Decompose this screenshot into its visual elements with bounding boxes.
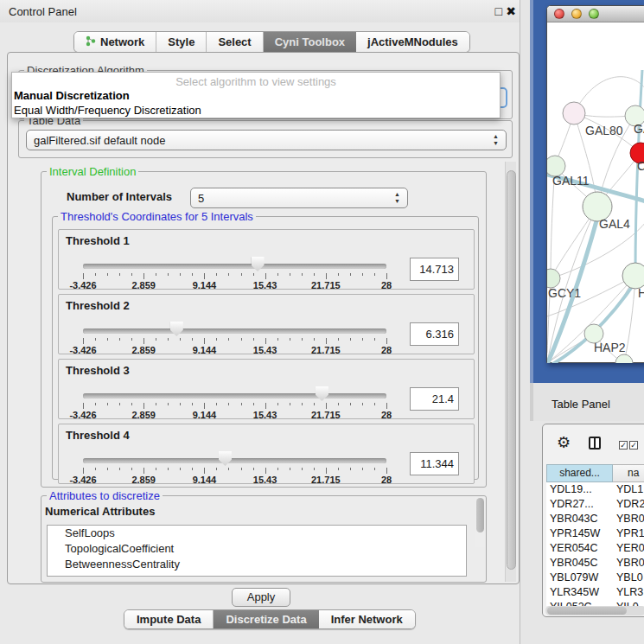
cell-shared-name: YBL079W bbox=[546, 571, 613, 585]
tick-mark bbox=[265, 273, 266, 279]
column-header-name[interactable]: na bbox=[613, 464, 644, 482]
attributes-list-scrollbar[interactable] bbox=[475, 497, 485, 547]
tab-impute-data[interactable]: Impute Data bbox=[124, 610, 214, 628]
threshold-slider-handle[interactable] bbox=[252, 257, 265, 271]
tab-network[interactable]: Network bbox=[74, 32, 156, 52]
checkbox-icon[interactable]: ✓ bbox=[619, 441, 628, 450]
numerical-attributes-list[interactable]: SelfLoopsTopologicalCoefficientBetweenne… bbox=[47, 525, 467, 577]
tick-label: 21.715 bbox=[311, 345, 341, 355]
table-data-group: Table Data galFiltered.sif default node … bbox=[18, 120, 513, 158]
threshold-box-4: Threshold 4-3.4262.8599.14415.4321.71528… bbox=[58, 424, 475, 484]
attribute-list-item[interactable]: TopologicalCoefficient bbox=[48, 541, 466, 557]
zoom-traffic-light-icon[interactable] bbox=[589, 9, 599, 19]
tab-cyni-toolbox[interactable]: Cyni Toolbox bbox=[264, 32, 356, 52]
table-row[interactable]: YBR045CYBR0 bbox=[546, 556, 644, 571]
tick-label: 15.43 bbox=[253, 345, 277, 355]
table-panel-body: ⚙ ✓ ✓ shared... na YDL19...YDL1YDR27...Y… bbox=[542, 424, 644, 617]
close-traffic-light-icon[interactable] bbox=[554, 9, 564, 19]
network-node-gal80[interactable] bbox=[563, 102, 585, 124]
network-node-h[interactable] bbox=[622, 263, 644, 289]
threshold-slider-track[interactable] bbox=[83, 328, 386, 334]
threshold-value-field[interactable]: 21.4 bbox=[410, 387, 459, 411]
tick-label: 21.715 bbox=[311, 280, 341, 290]
tab-style[interactable]: Style bbox=[156, 32, 207, 52]
tab-label: Cyni Toolbox bbox=[275, 35, 345, 48]
threshold-value-field[interactable]: 11.344 bbox=[410, 452, 459, 475]
network-node-gcy1[interactable] bbox=[547, 269, 560, 288]
tick-mark bbox=[386, 273, 387, 279]
thresholds-group-title: Threshold's Coordinates for 5 Intervals bbox=[58, 210, 256, 223]
threshold-label: Threshold 1 bbox=[66, 234, 130, 247]
tick-mark bbox=[216, 273, 217, 276]
tick-mark bbox=[314, 273, 315, 276]
cell-name: YBL0 bbox=[613, 571, 644, 585]
tick-mark bbox=[83, 403, 84, 409]
threshold-slider-handle[interactable] bbox=[219, 451, 232, 466]
columns-icon[interactable] bbox=[589, 437, 601, 450]
table-rows: YDL19...YDL1YDR27...YDR2YBR043CYBR0YPR14… bbox=[546, 482, 644, 606]
table-row[interactable]: YBL079WYBL0 bbox=[546, 571, 644, 585]
number-of-intervals-combobox[interactable]: 5 ▲▼ bbox=[190, 188, 408, 208]
attribute-list-item[interactable]: SelfLoops bbox=[48, 526, 466, 541]
threshold-label: Threshold 4 bbox=[66, 429, 130, 442]
node-label: GAL11 bbox=[552, 174, 590, 188]
tick-mark bbox=[326, 273, 327, 279]
threshold-value-field[interactable]: 14.713 bbox=[410, 258, 459, 281]
table-horizontal-scrollbar[interactable] bbox=[545, 606, 644, 615]
tick-mark bbox=[107, 403, 108, 405]
threshold-slider-track[interactable] bbox=[83, 458, 386, 463]
table-row[interactable]: YDR27...YDR2 bbox=[546, 497, 644, 512]
threshold-slider-track[interactable] bbox=[83, 393, 386, 399]
tab-jactivemnodules[interactable]: jActiveMNodules bbox=[356, 32, 469, 52]
threshold-slider-handle[interactable] bbox=[316, 386, 328, 401]
gear-icon[interactable]: ⚙ bbox=[557, 433, 571, 452]
node-label: GCY1 bbox=[548, 286, 581, 300]
algorithm-popup: Select algorithm to view settings Manual… bbox=[11, 72, 501, 118]
table-row[interactable]: YIL052CYIL0 bbox=[546, 600, 644, 606]
table-row[interactable]: YER054CYER0 bbox=[546, 541, 644, 556]
network-node[interactable] bbox=[615, 354, 633, 363]
column-header-shared-name[interactable]: shared... bbox=[546, 464, 613, 482]
tab-discretize-data[interactable]: Discretize Data bbox=[214, 610, 318, 628]
stepper-arrows-icon: ▲▼ bbox=[493, 133, 499, 147]
float-window-icon[interactable]: □ bbox=[495, 4, 502, 18]
minimize-traffic-light-icon[interactable] bbox=[571, 9, 582, 19]
popup-option-manual-discretization[interactable]: Manual Discretization bbox=[14, 89, 130, 102]
threshold-slider-handle[interactable] bbox=[170, 322, 183, 336]
threshold-slider-track[interactable] bbox=[83, 264, 386, 269]
control-panel-titlebar: Control Panel □ ✖ bbox=[0, 0, 520, 22]
threshold-box-2: Threshold 2-3.4262.8599.14415.4321.71528… bbox=[58, 294, 475, 354]
threshold-value-field[interactable]: 6.316 bbox=[410, 322, 459, 346]
tick-mark bbox=[241, 273, 242, 276]
tick-mark bbox=[277, 273, 278, 276]
tick-mark bbox=[290, 338, 290, 341]
close-icon[interactable]: ✖ bbox=[506, 4, 516, 18]
tick-label: 28 bbox=[381, 345, 392, 355]
tick-mark bbox=[277, 468, 278, 470]
network-canvas[interactable]: GAL80GACGAL11GAL4GCY1HHAP2 bbox=[547, 22, 644, 363]
tick-mark bbox=[216, 468, 217, 470]
tick-mark bbox=[131, 338, 132, 341]
tick-mark bbox=[338, 338, 339, 341]
table-row[interactable]: YLR345WYLR3 bbox=[546, 585, 644, 600]
top-tab-bar: NetworkStyleSelectCyni ToolboxjActiveMNo… bbox=[73, 31, 470, 53]
table-row[interactable]: YPR145WYPR1 bbox=[546, 526, 644, 541]
cell-shared-name: YBR043C bbox=[546, 512, 613, 526]
tick-mark bbox=[180, 273, 181, 276]
tick-label: -3.426 bbox=[69, 410, 96, 420]
apply-button[interactable]: Apply bbox=[232, 588, 290, 607]
table-data-combobox[interactable]: galFiltered.sif default node ▲▼ bbox=[26, 130, 507, 150]
network-window-titlebar[interactable] bbox=[547, 6, 644, 22]
tick-mark bbox=[228, 468, 229, 470]
tab-infer-network[interactable]: Infer Network bbox=[319, 610, 415, 628]
interval-definition-title: Interval Definition bbox=[47, 165, 138, 178]
tick-mark bbox=[156, 338, 156, 341]
popup-option-equal-width-frequency[interactable]: Equal Width/Frequency Discretization bbox=[14, 104, 201, 117]
checkbox-icon[interactable]: ✓ bbox=[629, 441, 638, 450]
tab-select[interactable]: Select bbox=[207, 32, 263, 52]
settings-scrollbar[interactable] bbox=[505, 162, 516, 582]
table-row[interactable]: YBR043CYBR0 bbox=[546, 512, 644, 526]
stepper-arrows-icon: ▲▼ bbox=[394, 191, 400, 205]
table-row[interactable]: YDL19...YDL1 bbox=[546, 482, 644, 497]
attribute-list-item[interactable]: BetweennessCentrality bbox=[48, 557, 466, 572]
